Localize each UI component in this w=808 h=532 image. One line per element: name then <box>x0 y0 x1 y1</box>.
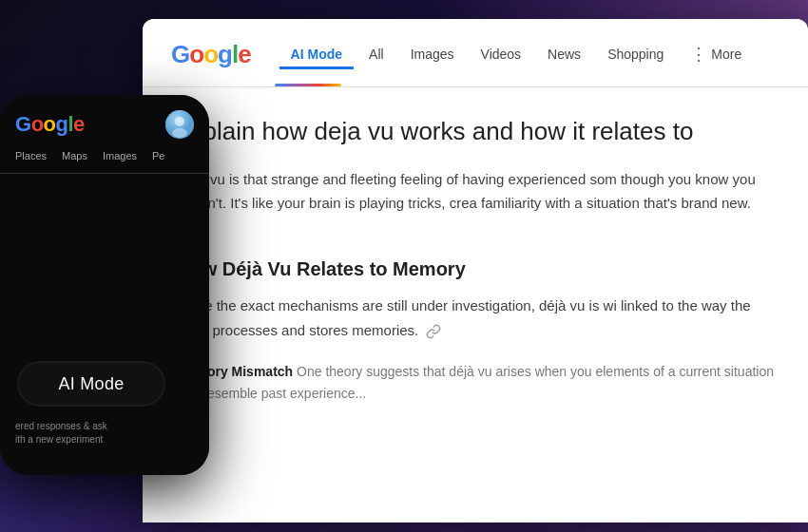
phone-nav-pe[interactable]: Pe <box>152 150 164 162</box>
memory-mismatch-paragraph: Memory Mismatch One theory suggests that… <box>177 361 774 404</box>
nav-images[interactable]: Images <box>399 39 466 69</box>
phone-nav: Places Maps Images Pe <box>0 146 209 174</box>
nav-more[interactable]: ⋮ More <box>679 36 753 72</box>
more-label: More <box>711 47 741 62</box>
phone-avatar[interactable] <box>165 110 194 139</box>
query-title: explain how deja vu works and how it rel… <box>177 116 774 148</box>
svg-point-2 <box>172 128 187 138</box>
intro-paragraph: Déjà vu is that strange and fleeting fee… <box>177 167 774 240</box>
browser-content: explain how deja vu works and how it rel… <box>143 87 808 522</box>
phone-overlay: Google Places Maps Im <box>0 95 209 475</box>
browser-nav: Google AI Mode All Images Videos News <box>171 36 779 84</box>
phone-nav-maps[interactable]: Maps <box>62 150 87 162</box>
phone-ai-mode-label: AI Mode <box>58 374 124 394</box>
nav-all[interactable]: All <box>357 39 395 69</box>
memory-paragraph: While the exact mechanisms are still und… <box>177 294 774 342</box>
browser-header: Google AI Mode All Images Videos News <box>143 19 808 87</box>
nav-links: AI Mode All Images Videos News Shopping <box>279 36 779 72</box>
phone-screen: Google Places Maps Im <box>0 95 209 475</box>
nav-ai-mode[interactable]: AI Mode <box>279 39 354 69</box>
phone-header: Google <box>0 95 209 146</box>
browser-window: Google AI Mode All Images Videos News <box>143 19 808 522</box>
phone-google-logo: Google <box>15 112 85 137</box>
google-logo-desktop: Google <box>171 42 251 66</box>
nav-news[interactable]: News <box>536 39 592 69</box>
phone-ai-mode-section: AI Mode ered responses & ask ith a new e… <box>0 174 209 475</box>
ai-mode-underline <box>275 84 341 86</box>
section-heading: How Déjà Vu Relates to Memory <box>177 258 774 280</box>
link-icon-2 <box>426 324 441 339</box>
svg-point-1 <box>175 117 184 126</box>
phone-description: ered responses & ask ith a new experimen… <box>15 420 107 446</box>
phone-ai-mode-button[interactable]: AI Mode <box>15 359 167 408</box>
dots-icon: ⋮ <box>690 44 707 65</box>
phone-nav-places[interactable]: Places <box>15 150 47 162</box>
phone-nav-images[interactable]: Images <box>103 150 137 162</box>
nav-shopping[interactable]: Shopping <box>596 39 675 69</box>
nav-videos[interactable]: Videos <box>470 39 533 69</box>
